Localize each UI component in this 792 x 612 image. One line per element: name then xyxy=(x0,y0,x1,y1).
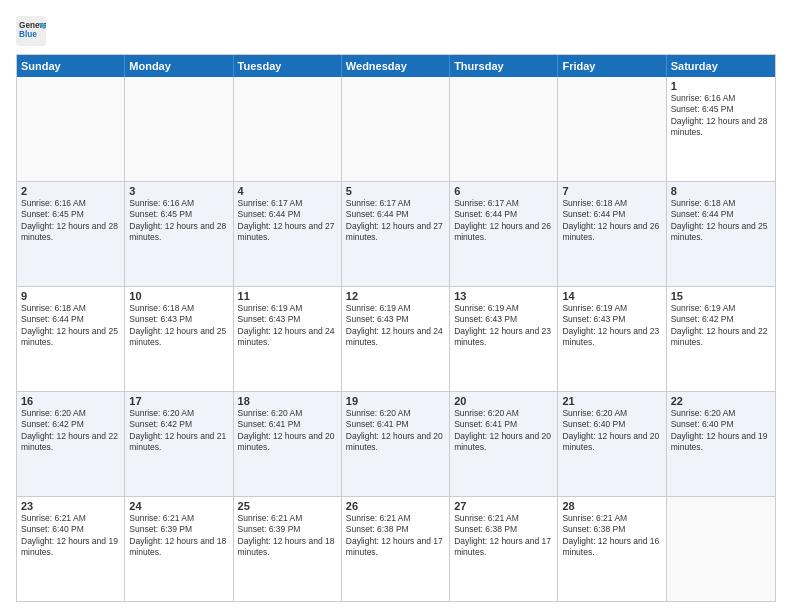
day-number: 8 xyxy=(671,185,771,197)
calendar-day-9: 9Sunrise: 6:18 AM Sunset: 6:44 PM Daylig… xyxy=(17,287,125,391)
day-number: 16 xyxy=(21,395,120,407)
day-number: 7 xyxy=(562,185,661,197)
day-info: Sunrise: 6:19 AM Sunset: 6:43 PM Dayligh… xyxy=(454,303,553,349)
header-day-thursday: Thursday xyxy=(450,55,558,77)
day-info: Sunrise: 6:21 AM Sunset: 6:39 PM Dayligh… xyxy=(238,513,337,559)
day-number: 25 xyxy=(238,500,337,512)
header-day-saturday: Saturday xyxy=(667,55,775,77)
day-number: 15 xyxy=(671,290,771,302)
day-info: Sunrise: 6:17 AM Sunset: 6:44 PM Dayligh… xyxy=(238,198,337,244)
day-number: 23 xyxy=(21,500,120,512)
day-info: Sunrise: 6:21 AM Sunset: 6:38 PM Dayligh… xyxy=(346,513,445,559)
day-info: Sunrise: 6:21 AM Sunset: 6:38 PM Dayligh… xyxy=(454,513,553,559)
day-info: Sunrise: 6:20 AM Sunset: 6:41 PM Dayligh… xyxy=(346,408,445,454)
calendar-day-3: 3Sunrise: 6:16 AM Sunset: 6:45 PM Daylig… xyxy=(125,182,233,286)
day-info: Sunrise: 6:21 AM Sunset: 6:40 PM Dayligh… xyxy=(21,513,120,559)
calendar-day-19: 19Sunrise: 6:20 AM Sunset: 6:41 PM Dayli… xyxy=(342,392,450,496)
logo: General Blue xyxy=(16,16,46,46)
day-info: Sunrise: 6:20 AM Sunset: 6:40 PM Dayligh… xyxy=(562,408,661,454)
day-number: 17 xyxy=(129,395,228,407)
day-number: 24 xyxy=(129,500,228,512)
calendar-day-18: 18Sunrise: 6:20 AM Sunset: 6:41 PM Dayli… xyxy=(234,392,342,496)
header: General Blue xyxy=(16,16,776,46)
header-day-tuesday: Tuesday xyxy=(234,55,342,77)
calendar-week-3: 9Sunrise: 6:18 AM Sunset: 6:44 PM Daylig… xyxy=(17,287,775,392)
day-number: 26 xyxy=(346,500,445,512)
svg-text:Blue: Blue xyxy=(19,30,37,39)
calendar-day-14: 14Sunrise: 6:19 AM Sunset: 6:43 PM Dayli… xyxy=(558,287,666,391)
day-info: Sunrise: 6:19 AM Sunset: 6:43 PM Dayligh… xyxy=(238,303,337,349)
day-number: 2 xyxy=(21,185,120,197)
calendar-day-23: 23Sunrise: 6:21 AM Sunset: 6:40 PM Dayli… xyxy=(17,497,125,601)
calendar-day-empty-0-1 xyxy=(125,77,233,181)
calendar-body: 1Sunrise: 6:16 AM Sunset: 6:45 PM Daylig… xyxy=(17,77,775,601)
day-number: 9 xyxy=(21,290,120,302)
calendar-day-11: 11Sunrise: 6:19 AM Sunset: 6:43 PM Dayli… xyxy=(234,287,342,391)
calendar-day-empty-0-4 xyxy=(450,77,558,181)
day-info: Sunrise: 6:21 AM Sunset: 6:39 PM Dayligh… xyxy=(129,513,228,559)
calendar-week-4: 16Sunrise: 6:20 AM Sunset: 6:42 PM Dayli… xyxy=(17,392,775,497)
day-info: Sunrise: 6:19 AM Sunset: 6:43 PM Dayligh… xyxy=(346,303,445,349)
day-number: 27 xyxy=(454,500,553,512)
day-number: 5 xyxy=(346,185,445,197)
calendar-day-12: 12Sunrise: 6:19 AM Sunset: 6:43 PM Dayli… xyxy=(342,287,450,391)
day-number: 21 xyxy=(562,395,661,407)
calendar-day-20: 20Sunrise: 6:20 AM Sunset: 6:41 PM Dayli… xyxy=(450,392,558,496)
calendar-day-17: 17Sunrise: 6:20 AM Sunset: 6:42 PM Dayli… xyxy=(125,392,233,496)
calendar-day-4: 4Sunrise: 6:17 AM Sunset: 6:44 PM Daylig… xyxy=(234,182,342,286)
calendar-day-7: 7Sunrise: 6:18 AM Sunset: 6:44 PM Daylig… xyxy=(558,182,666,286)
day-info: Sunrise: 6:16 AM Sunset: 6:45 PM Dayligh… xyxy=(21,198,120,244)
day-number: 4 xyxy=(238,185,337,197)
calendar: SundayMondayTuesdayWednesdayThursdayFrid… xyxy=(16,54,776,602)
calendar-week-1: 1Sunrise: 6:16 AM Sunset: 6:45 PM Daylig… xyxy=(17,77,775,182)
header-day-monday: Monday xyxy=(125,55,233,77)
calendar-day-empty-0-2 xyxy=(234,77,342,181)
day-info: Sunrise: 6:19 AM Sunset: 6:42 PM Dayligh… xyxy=(671,303,771,349)
calendar-day-24: 24Sunrise: 6:21 AM Sunset: 6:39 PM Dayli… xyxy=(125,497,233,601)
calendar-day-21: 21Sunrise: 6:20 AM Sunset: 6:40 PM Dayli… xyxy=(558,392,666,496)
header-day-sunday: Sunday xyxy=(17,55,125,77)
day-number: 19 xyxy=(346,395,445,407)
day-info: Sunrise: 6:20 AM Sunset: 6:41 PM Dayligh… xyxy=(454,408,553,454)
day-number: 22 xyxy=(671,395,771,407)
day-info: Sunrise: 6:16 AM Sunset: 6:45 PM Dayligh… xyxy=(129,198,228,244)
day-number: 6 xyxy=(454,185,553,197)
calendar-day-empty-0-5 xyxy=(558,77,666,181)
logo-icon: General Blue xyxy=(16,16,46,46)
day-number: 14 xyxy=(562,290,661,302)
day-info: Sunrise: 6:20 AM Sunset: 6:42 PM Dayligh… xyxy=(21,408,120,454)
day-number: 3 xyxy=(129,185,228,197)
calendar-day-25: 25Sunrise: 6:21 AM Sunset: 6:39 PM Dayli… xyxy=(234,497,342,601)
day-number: 11 xyxy=(238,290,337,302)
day-info: Sunrise: 6:21 AM Sunset: 6:38 PM Dayligh… xyxy=(562,513,661,559)
day-info: Sunrise: 6:18 AM Sunset: 6:44 PM Dayligh… xyxy=(671,198,771,244)
calendar-day-empty-4-6 xyxy=(667,497,775,601)
calendar-header: SundayMondayTuesdayWednesdayThursdayFrid… xyxy=(17,55,775,77)
calendar-week-5: 23Sunrise: 6:21 AM Sunset: 6:40 PM Dayli… xyxy=(17,497,775,601)
calendar-day-10: 10Sunrise: 6:18 AM Sunset: 6:43 PM Dayli… xyxy=(125,287,233,391)
day-info: Sunrise: 6:20 AM Sunset: 6:41 PM Dayligh… xyxy=(238,408,337,454)
header-day-friday: Friday xyxy=(558,55,666,77)
day-info: Sunrise: 6:20 AM Sunset: 6:40 PM Dayligh… xyxy=(671,408,771,454)
day-number: 12 xyxy=(346,290,445,302)
calendar-day-16: 16Sunrise: 6:20 AM Sunset: 6:42 PM Dayli… xyxy=(17,392,125,496)
calendar-week-2: 2Sunrise: 6:16 AM Sunset: 6:45 PM Daylig… xyxy=(17,182,775,287)
calendar-day-2: 2Sunrise: 6:16 AM Sunset: 6:45 PM Daylig… xyxy=(17,182,125,286)
calendar-day-28: 28Sunrise: 6:21 AM Sunset: 6:38 PM Dayli… xyxy=(558,497,666,601)
calendar-day-empty-0-0 xyxy=(17,77,125,181)
calendar-day-8: 8Sunrise: 6:18 AM Sunset: 6:44 PM Daylig… xyxy=(667,182,775,286)
calendar-day-27: 27Sunrise: 6:21 AM Sunset: 6:38 PM Dayli… xyxy=(450,497,558,601)
day-info: Sunrise: 6:20 AM Sunset: 6:42 PM Dayligh… xyxy=(129,408,228,454)
day-number: 28 xyxy=(562,500,661,512)
day-info: Sunrise: 6:19 AM Sunset: 6:43 PM Dayligh… xyxy=(562,303,661,349)
calendar-day-13: 13Sunrise: 6:19 AM Sunset: 6:43 PM Dayli… xyxy=(450,287,558,391)
header-day-wednesday: Wednesday xyxy=(342,55,450,77)
calendar-day-1: 1Sunrise: 6:16 AM Sunset: 6:45 PM Daylig… xyxy=(667,77,775,181)
day-info: Sunrise: 6:18 AM Sunset: 6:43 PM Dayligh… xyxy=(129,303,228,349)
day-number: 18 xyxy=(238,395,337,407)
calendar-day-5: 5Sunrise: 6:17 AM Sunset: 6:44 PM Daylig… xyxy=(342,182,450,286)
page: General Blue SundayMondayTuesdayWednesda… xyxy=(0,0,792,612)
calendar-day-empty-0-3 xyxy=(342,77,450,181)
calendar-day-6: 6Sunrise: 6:17 AM Sunset: 6:44 PM Daylig… xyxy=(450,182,558,286)
day-number: 13 xyxy=(454,290,553,302)
